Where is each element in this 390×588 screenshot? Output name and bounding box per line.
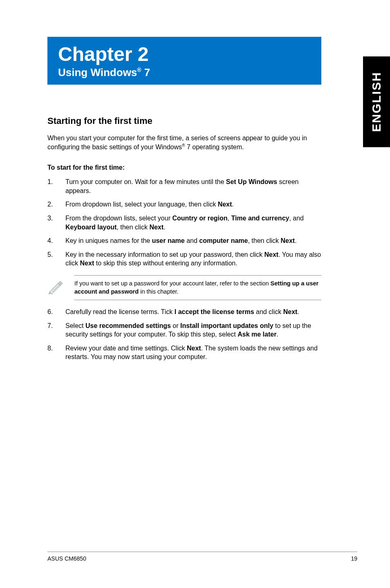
note-callout: If you want to set up a password for you… <box>47 275 321 300</box>
step-item: 2.From dropdown list, select your langua… <box>47 200 321 209</box>
step-item: 5.Key in the necessary information to se… <box>47 250 321 268</box>
step-number: 4. <box>47 236 65 245</box>
chapter-subtitle: Using Windows® 7 <box>58 66 311 79</box>
step-item: 7.Select Use recommended settings or Ins… <box>47 321 321 339</box>
step-number: 6. <box>47 307 65 316</box>
step-text: Key in the necessary information to set … <box>65 250 321 268</box>
step-item: 6.Carefully read the license terms. Tick… <box>47 307 321 316</box>
pencil-icon <box>47 275 70 297</box>
step-text: From the dropdown lists, select your Cou… <box>65 214 321 231</box>
step-text: From dropdown list, select your language… <box>65 200 321 209</box>
step-text: Turn your computer on. Wait for a few mi… <box>65 177 321 195</box>
language-tab-label: ENGLISH <box>370 72 383 132</box>
step-item: 1.Turn your computer on. Wait for a few … <box>47 177 321 195</box>
page: ENGLISH Chapter 2 Using Windows® 7 Start… <box>0 0 390 588</box>
content: Starting for the first time When you sta… <box>47 115 321 361</box>
step-item: 3.From the dropdown lists, select your C… <box>47 214 321 231</box>
steps-subhead: To start for the first time: <box>47 163 321 172</box>
chapter-title: Chapter 2 <box>58 44 311 65</box>
step-number: 3. <box>47 214 65 231</box>
steps-list-a: 1.Turn your computer on. Wait for a few … <box>47 177 321 268</box>
step-number: 2. <box>47 200 65 209</box>
note-text: If you want to set up a password for you… <box>74 275 321 300</box>
step-text: Carefully read the license terms. Tick I… <box>65 307 321 316</box>
language-tab: ENGLISH <box>363 56 390 147</box>
step-item: 8.Review your date and time settings. Cl… <box>47 344 321 361</box>
step-text: Review your date and time settings. Clic… <box>65 344 321 361</box>
steps-list-b: 6.Carefully read the license terms. Tick… <box>47 307 321 361</box>
step-text: Select Use recommended settings or Insta… <box>65 321 321 339</box>
step-number: 8. <box>47 344 65 361</box>
page-footer: ASUS CM6850 19 <box>47 552 357 562</box>
step-text: Key in uniques names for the user name a… <box>65 236 321 245</box>
footer-model: ASUS CM6850 <box>47 555 86 562</box>
footer-page-number: 19 <box>351 555 357 562</box>
step-number: 1. <box>47 177 65 195</box>
chapter-header: Chapter 2 Using Windows® 7 <box>47 37 321 85</box>
step-number: 5. <box>47 250 65 268</box>
step-number: 7. <box>47 321 65 339</box>
step-item: 4.Key in uniques names for the user name… <box>47 236 321 245</box>
section-heading: Starting for the first time <box>47 115 321 127</box>
intro-paragraph: When you start your computer for the fir… <box>47 134 321 152</box>
